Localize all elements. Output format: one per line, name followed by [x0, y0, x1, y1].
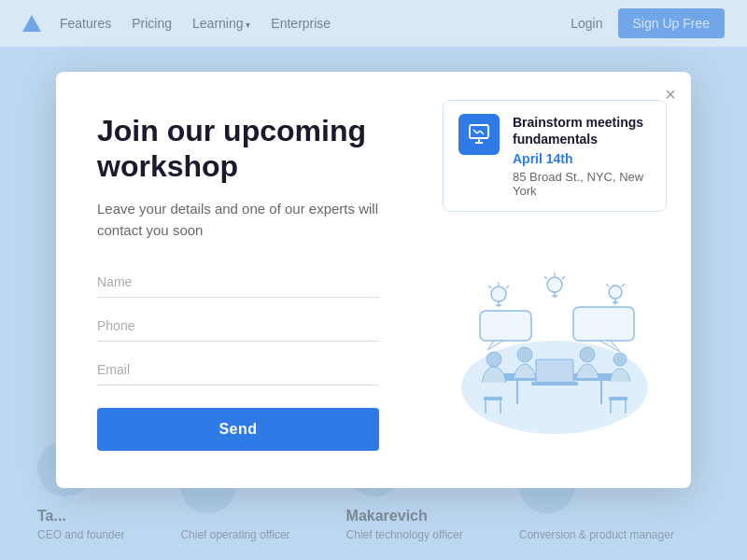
close-button[interactable]: ×: [665, 85, 676, 104]
svg-marker-25: [487, 341, 503, 350]
name-input[interactable]: [97, 267, 379, 298]
name-field-group: [97, 267, 379, 298]
workshop-date: April 14th: [513, 151, 651, 166]
email-input[interactable]: [97, 355, 379, 385]
svg-line-17: [562, 276, 565, 279]
svg-line-3: [473, 130, 477, 133]
svg-point-34: [517, 347, 532, 362]
svg-rect-26: [573, 307, 634, 341]
svg-rect-37: [484, 397, 502, 400]
modal-overlay: × Join our upcoming workshop Leave your …: [0, 0, 747, 560]
modal-title: Join our upcoming workshop: [97, 113, 379, 185]
svg-rect-31: [536, 359, 573, 384]
workshop-illustration: [443, 231, 667, 469]
svg-point-19: [609, 286, 622, 299]
send-button[interactable]: Send: [97, 408, 379, 451]
modal-right-panel: Brainstorm meetings fundamentals April 1…: [420, 72, 691, 489]
workshop-title: Brainstorm meetings fundamentals: [513, 114, 651, 147]
modal-left-panel: Join our upcoming workshop Leave your de…: [56, 72, 420, 489]
workshop-icon: [458, 114, 500, 155]
modal: × Join our upcoming workshop Leave your …: [56, 72, 691, 489]
svg-point-13: [547, 277, 562, 292]
svg-point-35: [580, 347, 595, 362]
illustration-svg: [443, 266, 667, 434]
svg-rect-24: [480, 311, 531, 341]
email-field-group: [97, 355, 379, 385]
svg-line-22: [606, 284, 609, 287]
svg-point-7: [491, 287, 506, 301]
phone-input[interactable]: [97, 311, 379, 342]
modal-subtitle: Leave your details and one of our expert…: [97, 199, 379, 241]
svg-line-10: [488, 286, 491, 288]
svg-line-23: [622, 284, 625, 287]
svg-line-16: [544, 276, 547, 279]
svg-rect-40: [609, 397, 627, 400]
svg-line-5: [480, 131, 484, 134]
workshop-info: Brainstorm meetings fundamentals April 1…: [513, 114, 651, 198]
workshop-card: Brainstorm meetings fundamentals April 1…: [443, 100, 667, 212]
svg-point-33: [486, 352, 501, 367]
svg-point-36: [613, 353, 627, 366]
svg-line-11: [506, 286, 509, 288]
svg-line-4: [477, 131, 480, 133]
workshop-address: 85 Broad St., NYC, New York: [513, 170, 651, 198]
svg-rect-32: [531, 382, 578, 385]
phone-field-group: [97, 311, 379, 342]
